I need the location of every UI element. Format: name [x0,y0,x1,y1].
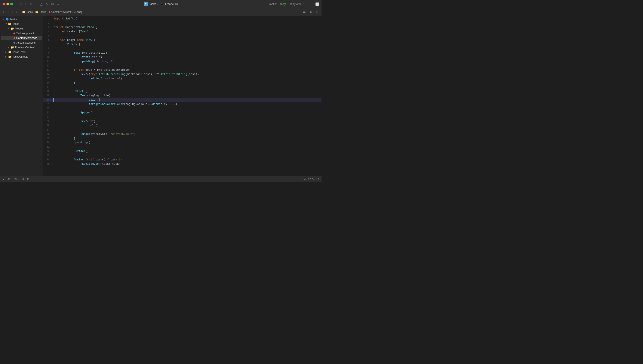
line-number: 25 [43,119,52,124]
search-icon[interactable]: ⌕ [36,2,37,6]
new-tab-icon[interactable]: □ [25,2,27,6]
arrow-icon: ▶ [5,56,7,58]
arrow-icon: ▼ [3,18,5,20]
status-bar-right: Line: 27 Col: 28 [302,178,319,180]
toolbar-separator-2 [20,10,20,14]
code-line: 8 [43,46,321,51]
code-line: 33 [43,154,321,158]
back-icon[interactable]: ‹ [11,10,14,14]
shape-icon[interactable]: ○ [57,2,59,6]
diamond-icon[interactable]: ◇ [46,2,48,6]
minimize-button[interactable] [7,3,9,5]
arrow-icon: ▼ [5,23,7,25]
line-content [54,115,321,119]
fullscreen-button[interactable] [10,3,13,5]
close-button[interactable] [3,3,5,5]
line-content: if let desc = project1.description { [54,68,321,72]
spacer-icon: ▶ [10,37,13,39]
grid-icon[interactable]: ⊞ [30,2,33,6]
line-content [54,21,321,25]
grid-status-icon[interactable]: ⊟ [7,177,12,182]
line-number: 27 [43,128,52,132]
code-line: 23 Spacer() [43,111,321,115]
adjust-icon[interactable]: ⇄ [302,10,307,14]
code-line: 27 [43,128,321,132]
line-content: .foregroundColor(Color(tagBug.colour)?.d… [54,102,321,106]
folder-icon: 📂 [8,22,12,26]
sidebar-item-models[interactable]: ▶ 📁 Models [1,26,42,31]
sidebar-toggle-icon[interactable]: ⊟ [20,2,22,6]
code-container[interactable]: 1import SwiftUI2 3struct ContentView: Vi… [43,16,321,176]
code-line: 30 .padding() [43,140,321,145]
status-indicator: ● [3,178,4,181]
line-content: .bold() [54,98,321,102]
sidebar-item-taskstests[interactable]: ▶ 📁 TasksTests [1,50,42,54]
warning-icon[interactable]: △ [40,2,43,6]
code-line: 26 .bold() [43,124,321,128]
sidebar-item-tasksuites[interactable]: ▶ 📁 TasksUITests [1,54,42,59]
arrow-icon: ▶ [5,51,7,53]
toolbar-separator-1 [9,10,9,14]
sidebar-item-tasks-folder[interactable]: ▼ 📂 Tasks [1,22,42,26]
sidebar-item-label: TasksApp.swift [16,32,34,35]
code-line: 24 [43,115,321,119]
project-name: Tasks [149,2,156,6]
source-control-icon[interactable]: ⦿ [51,2,54,6]
project-icon: 🔷 [6,18,9,21]
line-content: Text("3") [54,119,321,124]
split-view-icon[interactable]: ⬜ [315,2,319,6]
code-line: 3struct ContentView: View { [43,25,321,30]
swift-icon: ◆ [13,36,16,40]
collapse-icon[interactable]: ⊟ [27,178,30,181]
arrow-icon: ▶ [8,46,10,48]
code-line: 34 ForEach(self.tasks) { task in [43,158,321,162]
line-content: import SwiftUI [54,17,321,21]
filter-label[interactable]: Filter [14,178,20,180]
forward-icon[interactable]: › [15,10,19,14]
sidebar-item-contentview[interactable]: ▶ ◆ ContentView.swift [1,36,42,40]
line-number: 6 [43,38,52,42]
traffic-lights [3,3,13,5]
line-content [54,145,321,149]
code-line: 18 HStack { [43,89,321,94]
breadcrumb-swift-icon: ◆ [49,10,51,14]
sidebar-item-assets[interactable]: ▶ ⊕ Assets.xcassets [1,40,42,45]
line-number: 22 [43,106,52,111]
sidebar-item-label: Tasks [10,18,17,21]
line-content: Spacer() [54,111,321,115]
code-line: 17 [43,85,321,89]
line-number: 17 [43,85,52,89]
breadcrumb-folder-icon: 📂 [35,10,39,14]
line-number: 21 [43,102,52,106]
breadcrumb-body[interactable]: body [77,10,82,14]
line-number: 23 [43,111,52,115]
sidebar-item-label: ContentView.swift [16,36,37,40]
code-line: 22 [43,106,321,111]
lines-icon[interactable]: ≡ [309,10,313,14]
line-number: 18 [43,89,52,94]
line-number: 2 [43,21,52,25]
scheme-icon: T [144,2,148,6]
inspector-icon[interactable]: ⊞ [315,10,320,14]
breadcrumb-tasks-2[interactable]: Tasks [39,10,46,14]
breadcrumb-tasks-1[interactable]: Tasks [26,10,33,14]
line-content [54,106,321,111]
device-icon: 📱 [160,2,164,6]
folder-icon: 📁 [8,55,12,58]
folder-icon: 📁 [8,50,12,54]
line-content [54,154,321,158]
add-icon[interactable]: ＋ [309,2,312,6]
editor-area[interactable]: 1import SwiftUI2 3struct ContentView: Vi… [43,16,321,176]
sidebar-item-preview[interactable]: ▶ 📁 Preview Content [1,45,42,50]
line-number: 32 [43,149,52,154]
line-number: 33 [43,154,52,158]
breadcrumb-contentview[interactable]: ContentView.swift [51,10,72,14]
sidebar-item-tasks-root[interactable]: ▼ 🔷 Tasks [1,17,42,21]
line-number: 7 [43,42,52,46]
sidebar-item-tasksapp[interactable]: ▶ ◆ TasksApp.swift [1,31,42,36]
sidebar-icon[interactable]: ⊟ [2,10,7,14]
device-name[interactable]: iPhone 13 [165,2,178,6]
code-line: 10 .font(.title) [43,55,321,60]
line-content: } [54,136,321,140]
filter-icon[interactable]: ⊕ [22,178,25,181]
